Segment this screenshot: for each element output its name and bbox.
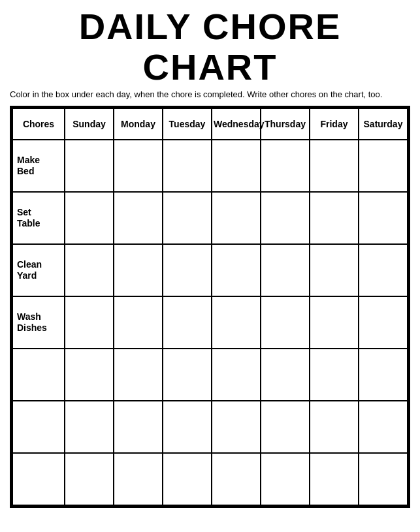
chore-cell[interactable] (163, 296, 212, 349)
chore-cell[interactable] (359, 401, 408, 453)
header-row: Chores Sunday Monday Tuesday Wednesday T… (12, 108, 408, 140)
chore-cell[interactable] (114, 192, 163, 244)
chore-cell[interactable] (163, 401, 212, 453)
chore-cell[interactable] (65, 296, 114, 349)
chore-cell[interactable] (359, 140, 408, 192)
chore-cell[interactable] (359, 244, 408, 296)
chore-cell[interactable] (359, 453, 408, 505)
chore-cell[interactable] (65, 192, 114, 244)
chore-cell[interactable] (261, 296, 310, 349)
chore-cell[interactable] (310, 140, 359, 192)
chore-cell[interactable] (261, 192, 310, 244)
chore-cell[interactable] (163, 244, 212, 296)
chore-label[interactable]: Clean Yard (12, 244, 65, 296)
header-friday: Friday (310, 108, 359, 140)
chore-cell[interactable] (114, 140, 163, 192)
chore-cell[interactable] (212, 349, 261, 401)
header-thursday: Thursday (261, 108, 310, 140)
table-row (12, 453, 408, 505)
chore-label[interactable] (12, 349, 65, 401)
chore-label[interactable] (12, 401, 65, 453)
chore-cell[interactable] (310, 453, 359, 505)
chore-cell[interactable] (310, 401, 359, 453)
table-row: Clean Yard (12, 244, 408, 296)
chore-cell[interactable] (114, 244, 163, 296)
chore-label[interactable]: Make Bed (12, 140, 65, 192)
chore-cell[interactable] (359, 349, 408, 401)
header-chores: Chores (12, 108, 65, 140)
page-title: DAILY CHORE CHART (10, 7, 410, 87)
chore-cell[interactable] (163, 140, 212, 192)
table-row (12, 401, 408, 453)
table-row: Make Bed (12, 140, 408, 192)
table-row: Wash Dishes (12, 296, 408, 349)
subtitle: Color in the box under each day, when th… (10, 89, 410, 99)
chore-label[interactable]: Set Table (12, 192, 65, 244)
table-row (12, 349, 408, 401)
chore-cell[interactable] (212, 192, 261, 244)
chore-table: Chores Sunday Monday Tuesday Wednesday T… (12, 108, 408, 506)
chore-cell[interactable] (212, 401, 261, 453)
chore-cell[interactable] (114, 296, 163, 349)
chore-cell[interactable] (261, 401, 310, 453)
chore-cell[interactable] (65, 401, 114, 453)
chore-cell[interactable] (212, 244, 261, 296)
chore-cell[interactable] (163, 349, 212, 401)
chore-cell[interactable] (310, 296, 359, 349)
chore-cell[interactable] (114, 401, 163, 453)
header-wednesday: Wednesday (212, 108, 261, 140)
header-sunday: Sunday (65, 108, 114, 140)
table-row: Set Table (12, 192, 408, 244)
chore-label[interactable] (12, 453, 65, 505)
header-tuesday: Tuesday (163, 108, 212, 140)
chore-cell[interactable] (310, 349, 359, 401)
header-saturday: Saturday (359, 108, 408, 140)
chore-cell[interactable] (310, 192, 359, 244)
chore-cell[interactable] (261, 349, 310, 401)
chore-cell[interactable] (310, 244, 359, 296)
chore-cell[interactable] (65, 453, 114, 505)
chore-cell[interactable] (65, 349, 114, 401)
chore-cell[interactable] (359, 296, 408, 349)
chore-cell[interactable] (163, 453, 212, 505)
chore-cell[interactable] (163, 192, 212, 244)
chore-chart: Chores Sunday Monday Tuesday Wednesday T… (10, 106, 410, 508)
chore-cell[interactable] (261, 140, 310, 192)
chore-cell[interactable] (114, 453, 163, 505)
chore-cell[interactable] (212, 140, 261, 192)
chore-cell[interactable] (212, 453, 261, 505)
chore-cell[interactable] (359, 192, 408, 244)
chore-cell[interactable] (65, 140, 114, 192)
chore-cell[interactable] (261, 244, 310, 296)
chore-cell[interactable] (261, 453, 310, 505)
chore-cell[interactable] (114, 349, 163, 401)
chore-cell[interactable] (65, 244, 114, 296)
chore-label[interactable]: Wash Dishes (12, 296, 65, 349)
chore-cell[interactable] (212, 296, 261, 349)
header-monday: Monday (114, 108, 163, 140)
